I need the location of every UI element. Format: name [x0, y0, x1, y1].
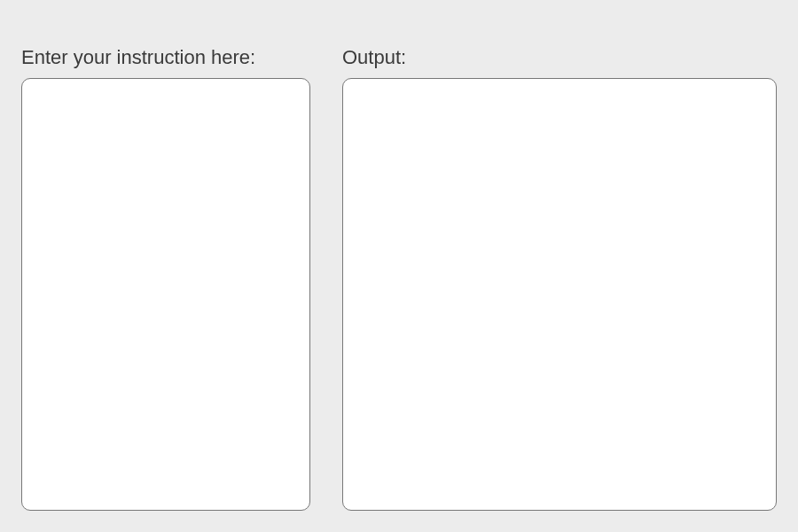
input-label: Enter your instruction here:: [21, 46, 310, 69]
instruction-input[interactable]: [21, 78, 310, 511]
output-display: [342, 78, 777, 511]
output-panel: Output:: [342, 46, 777, 511]
output-label: Output:: [342, 46, 777, 69]
main-container: Enter your instruction here: Output:: [0, 0, 798, 532]
input-panel: Enter your instruction here:: [21, 46, 310, 511]
